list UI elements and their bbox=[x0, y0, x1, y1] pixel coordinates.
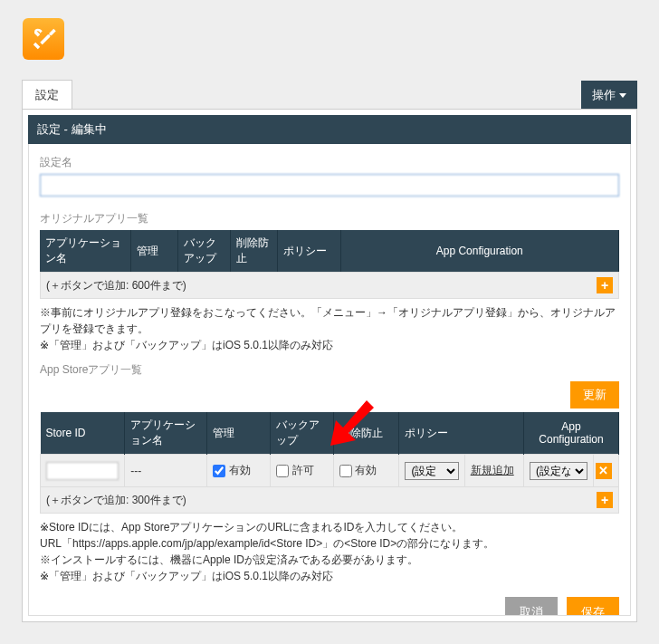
plus-icon: + bbox=[601, 493, 608, 507]
col-manage: 管理 bbox=[130, 230, 177, 272]
store-add-button[interactable]: + bbox=[597, 492, 613, 508]
col-appname2: アプリケーション名 bbox=[125, 412, 207, 455]
config-select[interactable]: (設定な bbox=[530, 462, 587, 480]
col-policy: ポリシー bbox=[277, 230, 340, 272]
settings-panel: 設定 - 編集中 設定名 オリジナルアプリ一覧 アプリケーション名 管理 バック… bbox=[22, 109, 637, 622]
wrench-screwdriver-icon bbox=[30, 25, 57, 53]
store-apps-table: Store ID アプリケーション名 管理 バックアップ 削除防止 ポリシー A… bbox=[40, 412, 619, 487]
close-icon: ✕ bbox=[598, 464, 608, 477]
orig-apps-table: アプリケーション名 管理 バックアップ 削除防止 ポリシー App Config… bbox=[40, 230, 619, 272]
col-prevent: 削除防止 bbox=[230, 230, 277, 272]
chevron-down-icon bbox=[619, 93, 626, 98]
col-appconfig: App Configuration bbox=[340, 230, 619, 272]
delete-row-button[interactable]: ✕ bbox=[596, 463, 612, 479]
name-label: 設定名 bbox=[40, 155, 619, 170]
manage-checkbox[interactable] bbox=[213, 465, 225, 477]
col-backup2: バックアップ bbox=[271, 412, 334, 455]
orig-add-row: (＋ボタンで追加: 600件まで) + bbox=[40, 272, 619, 299]
store-add-hint: (＋ボタンで追加: 300件まで) bbox=[46, 493, 186, 508]
col-appname: アプリケーション名 bbox=[40, 230, 130, 272]
app-logo bbox=[23, 18, 64, 60]
orig-note: ※事前にオリジナルアプリ登録をおこなってください。「メニュー」→「オリジナルアプ… bbox=[40, 304, 619, 353]
add-new-link[interactable]: 新規追加 bbox=[471, 464, 514, 476]
operations-label: 操作 bbox=[592, 87, 616, 103]
col-prevent2: 削除防止 bbox=[334, 412, 399, 455]
operations-dropdown[interactable]: 操作 bbox=[581, 81, 637, 110]
store-note: ※Store IDには、App StoreアプリケーションのURLに含まれるID… bbox=[40, 519, 619, 584]
orig-add-button[interactable]: + bbox=[597, 277, 613, 293]
orig-section-title: オリジナルアプリ一覧 bbox=[40, 211, 619, 226]
backup-checkbox[interactable] bbox=[276, 465, 289, 477]
storeid-input[interactable] bbox=[46, 462, 119, 480]
cancel-button[interactable]: 取消 bbox=[505, 597, 558, 616]
col-manage2: 管理 bbox=[207, 412, 271, 455]
appname-cell: --- bbox=[125, 455, 207, 487]
col-policy2: ポリシー bbox=[399, 412, 524, 455]
policy-select[interactable]: (設定 bbox=[405, 462, 458, 480]
update-button[interactable]: 更新 bbox=[570, 381, 619, 409]
orig-add-hint: (＋ボタンで追加: 600件まで) bbox=[46, 278, 186, 293]
store-add-row: (＋ボタンで追加: 300件まで) + bbox=[40, 487, 619, 514]
manage-label: 有効 bbox=[229, 464, 251, 476]
col-storeid: Store ID bbox=[41, 412, 125, 455]
plus-icon: + bbox=[601, 278, 608, 293]
col-backup: バックアップ bbox=[177, 230, 230, 272]
prevent-checkbox[interactable] bbox=[339, 465, 352, 477]
backup-label: 許可 bbox=[292, 464, 314, 476]
tab-settings[interactable]: 設定 bbox=[22, 80, 72, 110]
table-row: --- 有効 許可 有効 (設定 bbox=[41, 455, 619, 487]
col-appconfig2: App Configuration bbox=[523, 412, 618, 455]
panel-title: 設定 - 編集中 bbox=[28, 115, 631, 144]
store-section-title: App Storeアプリ一覧 bbox=[40, 362, 619, 378]
save-button[interactable]: 保存 bbox=[567, 597, 619, 616]
name-input[interactable] bbox=[40, 174, 619, 197]
prevent-label: 有効 bbox=[355, 464, 377, 476]
